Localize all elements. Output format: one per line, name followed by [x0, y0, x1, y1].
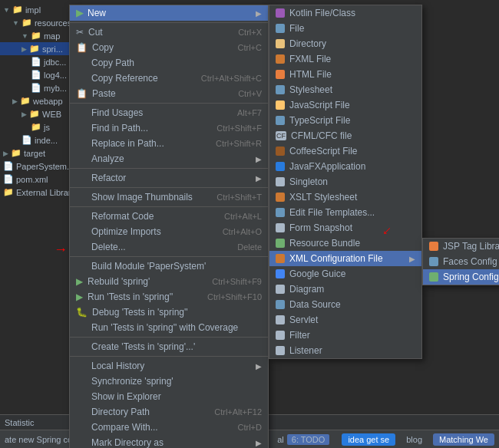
submenu-xslt[interactable]: XSLT Stylesheet [269, 189, 421, 205]
submenu-js[interactable]: JavaScript File [269, 97, 421, 113]
menu-item-paste[interactable]: 📋 Paste Ctrl+V [70, 86, 268, 101]
menu-item-compare[interactable]: Compare With... Ctrl+D [70, 420, 268, 435]
menu-separator [70, 22, 268, 23]
submenu-file[interactable]: File [269, 21, 421, 36]
statistic-label: Statistic [5, 418, 35, 427]
submenu-edit-templates[interactable]: Edit File Templates... [269, 205, 421, 220]
menu-item-reformat[interactable]: Reformat Code Ctrl+Alt+L [70, 209, 268, 224]
submenu-directory[interactable]: Directory [269, 36, 421, 51]
idea-tab[interactable]: idea get se [342, 433, 395, 446]
todo-label: al [277, 435, 284, 444]
submenu-html[interactable]: HTML File [269, 67, 421, 82]
submenu-servlet[interactable]: Servlet [269, 312, 421, 328]
submenu-cfml[interactable]: CF CFML/CFC file [269, 128, 421, 143]
menu-item-copy[interactable]: 📋 Copy Ctrl+C [70, 40, 268, 55]
submenu-arrow: ▶ [256, 155, 262, 163]
js-icon [276, 100, 285, 110]
submenu-arrow: ▶ [409, 255, 415, 263]
submenu-coffee[interactable]: CoffeeScript File [269, 143, 421, 159]
html-icon [276, 70, 285, 79]
menu-item-run-coverage[interactable]: Run 'Tests in 'spring'' with Coverage [70, 320, 268, 335]
menu-item-image-thumbnails[interactable]: Show Image Thumbnails Ctrl+Shift+T [70, 189, 268, 205]
submenu-datasource[interactable]: Data Source [269, 297, 421, 312]
todo-count[interactable]: 6: TODO [287, 434, 330, 445]
menu-item-rebuild[interactable]: ▶ Rebuild 'spring' Ctrl+Shift+F9 [70, 274, 268, 289]
new-icon: ▶ [76, 8, 83, 18]
coffee-icon [276, 147, 285, 156]
paste-icon: 📋 [76, 88, 88, 99]
menu-item-cut[interactable]: ✂ Cut Ctrl+X [70, 25, 268, 40]
xslt-icon [276, 193, 285, 202]
datasource-icon [276, 300, 285, 309]
submenu-ts[interactable]: TypeScript File [269, 113, 421, 128]
submenu-diagram[interactable]: Diagram [269, 282, 421, 297]
menu-separator [70, 356, 268, 357]
template-icon [276, 208, 285, 217]
cfml-icon: CF [276, 131, 286, 140]
menu-item-create-tests[interactable]: Create 'Tests in 'spring'...' [70, 339, 268, 354]
spring-icon [429, 272, 438, 282]
servlet-icon [276, 315, 285, 324]
submenu-javafx[interactable]: JavaFXApplication [269, 159, 421, 174]
submenu-fxml[interactable]: FXML File [269, 51, 421, 67]
faces-icon [429, 257, 438, 266]
diagram-icon [276, 285, 285, 294]
menu-separator [70, 187, 268, 188]
submenu-arrow: ▶ [256, 9, 262, 18]
menu-item-synchronize[interactable]: Synchronize 'spring' [70, 374, 268, 389]
menu-item-refactor[interactable]: Refactor ▶ [70, 170, 268, 186]
menu-separator [70, 337, 268, 338]
menu-item-optimize-imports[interactable]: Optimize Imports Ctrl+Alt+O [70, 224, 268, 239]
jsp-icon [429, 242, 438, 251]
menu-item-build[interactable]: Build Module 'PaperSystem' [70, 259, 268, 274]
submenu-resource-bundle[interactable]: Resource Bundle [269, 236, 421, 251]
blog-tab[interactable]: blog [400, 433, 428, 446]
xml-jsp-tag[interactable]: JSP Tag Library Descriptor [423, 239, 499, 254]
fxml-icon [276, 54, 285, 64]
menu-item-new[interactable]: ▶ New ▶ [70, 5, 268, 21]
menu-item-copy-reference[interactable]: Copy Reference Ctrl+Alt+Shift+C [70, 71, 268, 86]
ts-icon [276, 116, 285, 125]
menu-separator [70, 168, 268, 169]
submenu-kotlin[interactable]: Kotlin File/Class [269, 5, 421, 21]
filter-icon [276, 331, 285, 340]
submenu-new: Kotlin File/Class File Directory FXML Fi… [269, 5, 422, 359]
submenu-google[interactable]: Google Guice [269, 266, 421, 282]
menu-item-analyze[interactable]: Analyze ▶ [70, 151, 268, 166]
menu-item-mark-directory[interactable]: Mark Directory as ▶ [70, 435, 268, 448]
kotlin-icon [276, 8, 285, 18]
submenu-xml-config-menu: JSP Tag Library Descriptor Faces Config … [422, 238, 499, 285]
singleton-icon [276, 177, 285, 186]
submenu-css[interactable]: Stylesheet [269, 82, 421, 97]
submenu-form-snapshot[interactable]: Form Snapshot [269, 220, 421, 236]
xml-spring-config[interactable]: Spring Config [423, 269, 499, 285]
menu-item-delete[interactable]: Delete... Delete [70, 239, 268, 255]
menu-item-find-in-path[interactable]: Find in Path... Ctrl+Shift+F [70, 120, 268, 136]
rebuild-icon: ▶ [76, 276, 83, 287]
submenu-filter[interactable]: Filter [269, 328, 421, 343]
menu-item-debug[interactable]: 🐛 Debug 'Tests in 'spring'' [70, 305, 268, 320]
listener-icon [276, 346, 285, 355]
menu-item-run-tests[interactable]: ▶ Run 'Tests in 'spring'' Ctrl+Shift+F10 [70, 289, 268, 305]
submenu-listener[interactable]: Listener [269, 343, 421, 358]
menu-item-directory-path[interactable]: Directory Path Ctrl+Alt+F12 [70, 404, 268, 420]
debug-icon: 🐛 [76, 307, 88, 318]
menu-item-replace[interactable]: Replace in Path... Ctrl+Shift+R [70, 136, 268, 151]
css-icon [276, 85, 285, 94]
menu-item-show-in-explorer[interactable]: Show in Explorer [70, 389, 268, 404]
menu-item-find-usages[interactable]: Find Usages Alt+F7 [70, 105, 268, 120]
matching-tab[interactable]: Matching We [433, 433, 494, 446]
dir-icon [276, 39, 285, 48]
menu-separator [70, 256, 268, 257]
form-icon [276, 223, 285, 232]
run-icon: ▶ [76, 292, 83, 302]
menu-separator [70, 206, 268, 207]
submenu-singleton[interactable]: Singleton [269, 174, 421, 189]
cut-icon: ✂ [76, 27, 84, 38]
xml-faces-config[interactable]: Faces Config [423, 254, 499, 269]
menu-item-local-history[interactable]: Local History ▶ [70, 358, 268, 374]
xml-icon [276, 254, 285, 263]
submenu-xml-config[interactable]: XML Configuration File ▶ [269, 251, 421, 266]
javafx-icon [276, 162, 285, 171]
menu-item-copy-path[interactable]: Copy Path [70, 55, 268, 71]
